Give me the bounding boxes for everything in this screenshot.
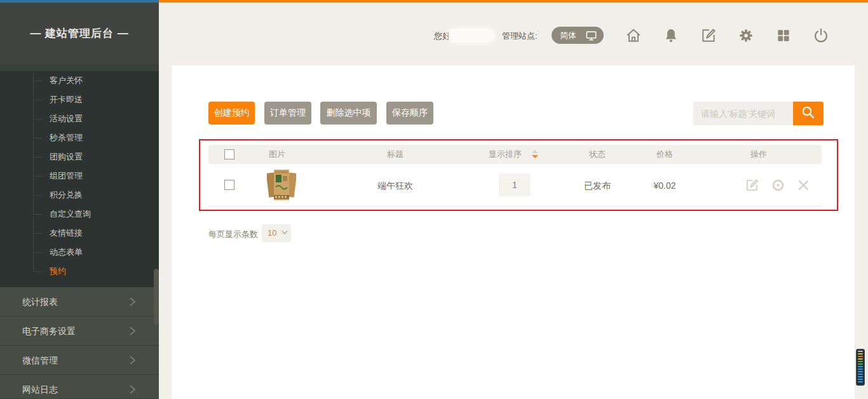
col-price: 价格 xyxy=(656,145,673,164)
sidebar-section-site-log[interactable]: 网站日志 xyxy=(0,375,159,399)
row-edit-icon[interactable] xyxy=(745,178,759,195)
sort-desc-icon xyxy=(532,155,538,158)
row-divider xyxy=(208,206,822,206)
bell-icon[interactable] xyxy=(663,27,679,44)
save-order-button[interactable]: 保存顺序 xyxy=(386,102,433,125)
row-delete-icon[interactable] xyxy=(797,179,810,194)
scroll-mark xyxy=(858,374,863,375)
sidebar-section-wechat[interactable]: 微信管理 xyxy=(0,346,159,375)
col-image: 图片 xyxy=(269,145,285,164)
sidebar-item-dynamic-form[interactable]: 动态表单 xyxy=(0,243,159,262)
delete-selected-button[interactable]: 删除选中项 xyxy=(320,102,377,125)
scroll-mark xyxy=(858,379,863,380)
col-status: 状态 xyxy=(589,145,606,164)
chevron-down-icon xyxy=(281,230,288,235)
tree-tick xyxy=(33,100,43,100)
compose-icon[interactable] xyxy=(700,27,717,44)
chevron-right-icon xyxy=(128,326,137,336)
sidebar-scrollbar-thumb[interactable] xyxy=(154,269,159,325)
sidebar-item-reservation-active[interactable]: 预约 xyxy=(0,262,159,281)
col-title: 标题 xyxy=(387,145,403,164)
scroll-mark xyxy=(858,371,863,372)
app-logo: — 建站管理后台 — xyxy=(0,3,159,64)
chevron-right-icon xyxy=(128,355,137,365)
create-reservation-button[interactable]: 创建预约 xyxy=(208,102,255,125)
home-icon[interactable] xyxy=(625,27,642,44)
username-redacted xyxy=(449,29,494,43)
monitor-icon xyxy=(585,30,597,41)
search-input[interactable] xyxy=(693,102,793,125)
sidebar-item-customer-care[interactable]: 客户关怀 xyxy=(0,71,159,90)
scroll-mark xyxy=(858,381,863,382)
tree-tick xyxy=(33,195,43,196)
row-order-input[interactable] xyxy=(499,173,531,196)
product-thumbnail[interactable] xyxy=(267,168,296,202)
order-manage-button[interactable]: 订单管理 xyxy=(264,102,311,125)
row-checkbox[interactable] xyxy=(224,180,234,190)
row-price: ¥0.02 xyxy=(653,180,675,191)
chevron-right-icon xyxy=(128,384,137,395)
sidebar-item-custom-query[interactable]: 自定义查询 xyxy=(0,205,159,224)
page-size-value: 10 xyxy=(268,228,276,238)
tree-tick xyxy=(33,81,43,81)
scroll-mark xyxy=(858,351,863,352)
sidebar-item-group-buy[interactable]: 团购设置 xyxy=(0,147,159,166)
scroll-mark xyxy=(858,356,863,357)
page-scrollbar-widget[interactable] xyxy=(856,349,865,386)
tree-tick xyxy=(33,138,43,139)
tree-tick xyxy=(33,233,43,234)
tree-tick xyxy=(33,252,43,253)
sidebar-item-card-gift[interactable]: 开卡即送 xyxy=(0,90,159,109)
page-size-select[interactable]: 10 xyxy=(262,224,291,242)
sort-asc-icon xyxy=(532,150,538,153)
table-header: 图片 标题 显示排序 状态 价格 操作 xyxy=(208,145,822,164)
language-badge[interactable]: 简体 xyxy=(552,27,604,44)
power-icon[interactable] xyxy=(813,27,829,44)
scroll-mark xyxy=(858,358,863,360)
row-status: 已发布 xyxy=(584,180,611,192)
search-icon xyxy=(801,105,816,120)
sidebar-item-flash-sale[interactable]: 秒杀管理 xyxy=(0,128,159,147)
col-sort-order: 显示排序 xyxy=(489,145,522,164)
tree-tick xyxy=(33,214,43,215)
row-view-icon[interactable] xyxy=(771,179,785,194)
site-manage-label: 管理站点: xyxy=(502,30,538,42)
sidebar-item-points-exchange[interactable]: 积分兑换 xyxy=(0,186,159,205)
gear-icon[interactable] xyxy=(738,27,754,44)
col-actions: 操作 xyxy=(750,145,767,164)
grid-icon[interactable] xyxy=(775,27,792,44)
tree-tick xyxy=(33,271,43,272)
sort-arrows[interactable] xyxy=(532,150,538,158)
sidebar-item-activity-settings[interactable]: 活动设置 xyxy=(0,109,159,128)
sidebar-item-group-manage[interactable]: 组团管理 xyxy=(0,166,159,186)
row-title: 端午狂欢 xyxy=(377,180,413,192)
scroll-mark xyxy=(858,369,863,370)
scroll-mark xyxy=(858,363,863,365)
chevron-right-icon xyxy=(128,297,137,307)
sidebar-section-statistics[interactable]: 统计报表 xyxy=(0,287,159,316)
tree-tick xyxy=(33,176,43,177)
submenu-top-strip xyxy=(0,64,159,71)
sidebar: — 建站管理后台 — 客户关怀 开卡即送 活动设置 秒杀管理 团购设置 组团管理… xyxy=(0,3,159,399)
topbar-accent-right xyxy=(159,0,868,3)
scroll-mark xyxy=(858,353,863,355)
language-badge-label: 简体 xyxy=(560,30,585,41)
scroll-mark xyxy=(858,361,863,362)
scroll-mark xyxy=(858,366,863,367)
admin-app: — 建站管理后台 — 客户关怀 开卡即送 活动设置 秒杀管理 团购设置 组团管理… xyxy=(0,0,868,399)
sidebar-section-ecommerce[interactable]: 电子商务设置 xyxy=(0,316,159,346)
select-all-checkbox[interactable] xyxy=(224,149,234,159)
sidebar-item-friend-links[interactable]: 友情链接 xyxy=(0,224,159,243)
search-button[interactable] xyxy=(793,102,824,125)
scroll-mark xyxy=(858,376,863,377)
tree-tick xyxy=(33,119,43,119)
tree-tick xyxy=(33,157,43,158)
page-size-label: 每页显示条数 xyxy=(208,229,258,240)
